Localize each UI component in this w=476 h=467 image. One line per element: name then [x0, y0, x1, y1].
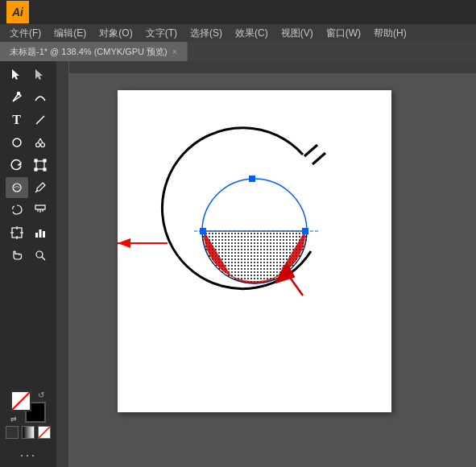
svg-point-5 — [35, 143, 39, 147]
menu-effect[interactable]: 效果(C) — [229, 25, 275, 42]
gap-line-1 — [304, 145, 317, 156]
lasso-tool[interactable] — [6, 200, 28, 221]
tool-row-9 — [6, 245, 52, 266]
svg-rect-27 — [43, 231, 45, 238]
svg-line-3 — [36, 116, 44, 124]
tab-bar: 未标题-1* @ 138.4% (CMYK/GPU 预览) × — [0, 42, 476, 61]
menu-window[interactable]: 窗口(W) — [320, 25, 367, 42]
color-section: ↺ ⇄ — [6, 391, 51, 444]
svg-point-28 — [36, 251, 43, 258]
artboard — [118, 90, 391, 412]
svg-rect-13 — [43, 168, 46, 171]
svg-marker-1 — [35, 69, 43, 80]
rotate-tool[interactable] — [6, 155, 28, 176]
gradient-color-mode[interactable] — [22, 426, 35, 439]
tool-row-2 — [6, 87, 52, 108]
selection-tool[interactable] — [6, 64, 28, 85]
solid-color-mode[interactable] — [6, 426, 19, 439]
canvas-area[interactable] — [56, 61, 476, 467]
ruler-left — [56, 61, 69, 467]
curvature-tool[interactable] — [29, 87, 52, 108]
main-layout: T — [0, 61, 476, 467]
free-transform-tool[interactable] — [29, 155, 52, 176]
type-tool[interactable]: T — [6, 110, 28, 130]
menu-file[interactable]: 文件(F) — [3, 25, 48, 42]
svg-marker-0 — [12, 69, 19, 80]
anchor-top — [249, 176, 255, 182]
anchor-right — [302, 228, 308, 234]
zoom-tool[interactable] — [29, 245, 52, 266]
tool-row-7 — [6, 200, 52, 221]
menu-text[interactable]: 文字(T) — [139, 25, 184, 42]
canvas-content — [69, 74, 476, 467]
document-tab[interactable]: 未标题-1* @ 138.4% (CMYK/GPU 预览) × — [0, 42, 188, 61]
tool-row-1 — [6, 64, 52, 85]
pen-tool[interactable] — [6, 87, 28, 108]
reset-colors[interactable]: ↺ — [38, 391, 46, 399]
direct-selection-tool[interactable] — [29, 64, 52, 85]
svg-point-6 — [40, 143, 44, 147]
hand-tool[interactable] — [6, 245, 28, 266]
scissors-tool[interactable] — [29, 132, 52, 153]
svg-line-7 — [38, 138, 40, 143]
svg-point-14 — [13, 184, 21, 192]
ellipse-tool[interactable] — [6, 132, 28, 153]
more-tools-button[interactable]: ··· — [4, 447, 52, 464]
svg-rect-11 — [43, 159, 46, 162]
menu-object[interactable]: 对象(O) — [93, 25, 139, 42]
svg-rect-25 — [35, 233, 38, 238]
no-color-mode[interactable] — [38, 426, 51, 439]
svg-line-30 — [12, 392, 30, 410]
menu-bar: 文件(F) 编辑(E) 对象(O) 文字(T) 选择(S) 效果(C) 视图(V… — [0, 24, 476, 42]
anchor-left — [200, 228, 206, 234]
line-tool[interactable] — [29, 110, 52, 130]
title-bar: Ai — [0, 0, 476, 24]
chart-tool[interactable] — [29, 222, 52, 243]
tool-row-3: T — [6, 110, 52, 130]
gap-line-2 — [313, 153, 325, 164]
ai-logo: Ai — [6, 1, 29, 23]
eyedropper-tool[interactable] — [29, 177, 52, 198]
measure-tool[interactable] — [29, 200, 52, 221]
menu-help[interactable]: 帮助(H) — [367, 25, 413, 42]
swap-colors[interactable]: ⇄ — [10, 415, 19, 423]
artboard-tool[interactable] — [6, 222, 28, 243]
svg-rect-12 — [35, 168, 37, 171]
drawing-canvas — [118, 90, 391, 412]
tab-label: 未标题-1* @ 138.4% (CMYK/GPU 预览) — [10, 46, 168, 58]
svg-line-29 — [42, 257, 45, 260]
tab-close-button[interactable]: × — [172, 48, 177, 56]
tool-row-8 — [6, 222, 52, 243]
tool-row-6 — [6, 177, 52, 198]
warp-tool[interactable] — [6, 177, 28, 198]
tool-row-4 — [6, 132, 52, 153]
menu-edit[interactable]: 编辑(E) — [48, 25, 93, 42]
toolbar: T — [0, 61, 56, 467]
color-mode-row — [6, 426, 51, 439]
svg-line-31 — [39, 427, 50, 438]
svg-rect-26 — [39, 229, 41, 238]
tool-row-5 — [6, 155, 52, 176]
fill-color-box[interactable] — [10, 391, 31, 411]
svg-line-8 — [40, 138, 43, 143]
svg-rect-16 — [35, 205, 45, 209]
ruler-top — [56, 61, 476, 74]
menu-view[interactable]: 视图(V) — [275, 25, 320, 42]
svg-point-4 — [13, 138, 21, 147]
svg-point-2 — [17, 93, 19, 95]
svg-rect-10 — [35, 159, 37, 162]
menu-select[interactable]: 选择(S) — [184, 25, 229, 42]
